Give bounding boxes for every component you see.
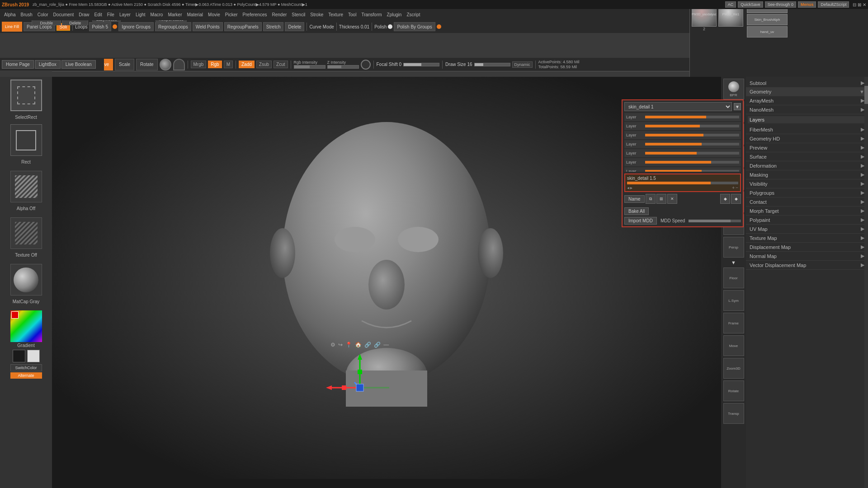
stretch-btn[interactable]: Stretch	[263, 22, 284, 31]
mdd-speed-slider[interactable]	[689, 220, 741, 222]
layer-icon-extra2[interactable]: ◆	[731, 194, 741, 204]
layer-item-1[interactable]: Layer	[624, 113, 741, 121]
focal-shift-slider[interactable]	[403, 63, 439, 66]
color-circle-icon[interactable]	[361, 60, 371, 70]
polish-white-dot[interactable]	[388, 24, 392, 29]
polish-groups-dot[interactable]	[437, 24, 441, 29]
transp-btn[interactable]: Transp	[723, 403, 744, 424]
menus-button[interactable]: Menus	[798, 1, 816, 8]
menu-edit[interactable]: Edit	[92, 11, 104, 18]
bake-all-btn[interactable]: Bake All	[624, 207, 649, 215]
menu-movie[interactable]: Movie	[206, 11, 222, 18]
persp-btn[interactable]: Persp	[723, 237, 744, 258]
menu-picker[interactable]: Picker	[223, 11, 240, 18]
menu-zplugin[interactable]: Zplugin	[385, 11, 404, 18]
draw-size-slider[interactable]	[474, 63, 510, 66]
menu-marker[interactable]: Marker	[165, 11, 184, 18]
bpr-btn[interactable]: BPR	[723, 79, 744, 99]
nanomesh-row[interactable]: NanoMesh ▶	[746, 105, 868, 114]
sphere-icon[interactable]	[160, 59, 171, 70]
menu-material[interactable]: Material	[185, 11, 206, 18]
menu-document[interactable]: Document	[51, 11, 76, 18]
layer-prev-icon[interactable]: ◂	[627, 185, 629, 190]
layer-item-4[interactable]: Layer	[624, 140, 741, 148]
move-vp-btn[interactable]: Move	[723, 335, 744, 356]
visibility-row[interactable]: Visibility ▶	[746, 179, 868, 188]
uv-map-row[interactable]: UV Map ▶	[746, 225, 868, 234]
gear-icon[interactable]: ⚙	[330, 342, 335, 348]
window-controls[interactable]: ⊟ ⊠ ✕	[853, 2, 866, 7]
line-fill-btn[interactable]: Line Fill	[2, 22, 22, 32]
select-rect-icon[interactable]	[10, 80, 42, 111]
surface-row[interactable]: Surface ▶	[746, 152, 868, 161]
menu-transform[interactable]: Transform	[359, 11, 384, 18]
zsub-btn[interactable]: Zsub	[256, 61, 272, 68]
layer-item-5[interactable]: Layer	[624, 149, 741, 157]
regroup-panels-btn[interactable]: RegroupPanels	[224, 22, 262, 31]
mrgb-btn[interactable]: Mrgb	[191, 61, 207, 68]
polish-groups-btn[interactable]: Polish By Groups	[394, 22, 435, 31]
import-mdd-btn[interactable]: Import MDD	[624, 217, 657, 225]
scrollbar-thumb[interactable]	[864, 86, 868, 104]
menu-render[interactable]: Render	[270, 11, 289, 18]
rotate-vp-btn[interactable]: Rotate	[723, 380, 744, 401]
matcap-gray-icon[interactable]	[10, 264, 42, 296]
texture-off-icon[interactable]	[10, 217, 42, 249]
rgb-intensity-slider[interactable]	[294, 65, 326, 69]
subtool-row[interactable]: Subtool ▶	[746, 79, 868, 88]
morph-target-row[interactable]: Morph Target ▶	[746, 206, 868, 216]
menu-alpha[interactable]: Alpha	[2, 11, 18, 18]
quicksave-button[interactable]: QuickSave	[738, 1, 763, 8]
menu-tool[interactable]: Tool	[346, 11, 359, 18]
dynamic-btn[interactable]: Dynamic	[512, 61, 533, 68]
menu-macro[interactable]: Macro	[148, 11, 165, 18]
layer-item-6[interactable]: Layer	[624, 158, 741, 166]
zcut-btn[interactable]: Zcut	[274, 61, 288, 68]
polish-dot[interactable]	[113, 24, 117, 29]
zadd-btn[interactable]: Zadd	[239, 61, 255, 68]
pin-icon[interactable]: 📍	[345, 342, 352, 348]
menu-color[interactable]: Color	[35, 11, 51, 18]
regroup-loops-btn[interactable]: RegroupLoops	[155, 22, 191, 31]
viewport[interactable]: ⚙ ↪ 📍 🏠 🔗 🔗 —	[52, 77, 721, 479]
alternate-btn[interactable]: Alternate	[10, 372, 42, 379]
gizmo-widget[interactable]: ⚙ ↪ 📍 🏠 🔗 🔗 —	[324, 342, 396, 425]
right-panel-scrollbar[interactable]	[864, 77, 868, 488]
rgb-btn[interactable]: Rgb	[208, 61, 222, 68]
menu-draw[interactable]: Draw	[76, 11, 91, 18]
geometry-row[interactable]: Geometry ▼	[746, 88, 868, 96]
home-icon[interactable]: 🏠	[355, 342, 362, 348]
layer-item-2[interactable]: Layer	[624, 122, 741, 130]
white-swatch[interactable]	[27, 350, 40, 362]
home-tab[interactable]: Home Page	[2, 60, 34, 69]
layer-item-7[interactable]: Layer	[624, 167, 741, 172]
floor-btn[interactable]: Floor	[723, 267, 744, 288]
dash-icon[interactable]: —	[383, 342, 389, 348]
arraymesh-row[interactable]: ArrayMesh ▶	[746, 96, 868, 105]
hand-uv-thumb[interactable]: hand_uv	[747, 26, 788, 38]
link-icon1[interactable]: 🔗	[364, 342, 371, 348]
geometryhd-row[interactable]: Geometry HD ▶	[746, 134, 868, 143]
live-boolean-tab[interactable]: Live Boolean	[61, 60, 96, 69]
normal-map-row[interactable]: Normal Map ▶	[746, 252, 868, 261]
texture-map-row[interactable]: Texture Map ▶	[746, 234, 868, 243]
color-picker[interactable]	[10, 310, 42, 342]
lightbox-tab[interactable]: LightBox	[35, 60, 61, 69]
layer-item-3[interactable]: Layer	[624, 131, 741, 139]
black-swatch[interactable]	[13, 350, 25, 362]
layer-icon-paste[interactable]: ⊞	[656, 194, 666, 204]
see-through-button[interactable]: See-through 0	[765, 1, 796, 8]
m-btn[interactable]: M	[224, 61, 233, 68]
link-icon2[interactable]: 🔗	[374, 342, 381, 348]
rotate-btn[interactable]: Rotate	[136, 59, 157, 70]
displacement-map-row[interactable]: Displacement Map ▶	[746, 243, 868, 252]
layer-icon-delete[interactable]: ✕	[667, 194, 677, 204]
masking-row[interactable]: Masking ▶	[746, 170, 868, 179]
skin-brush-thumb[interactable]: Skin_BrushAlph	[747, 14, 788, 25]
layer-icon-extra[interactable]: ◆	[720, 194, 730, 204]
layer-minus-icon[interactable]: −	[736, 185, 738, 190]
name-btn[interactable]: Name	[624, 195, 645, 203]
zoom3d-btn[interactable]: Zoom3D	[723, 358, 744, 379]
layer-next-icon[interactable]: ▸	[630, 185, 632, 190]
rotate-icon[interactable]: ↪	[338, 342, 343, 348]
